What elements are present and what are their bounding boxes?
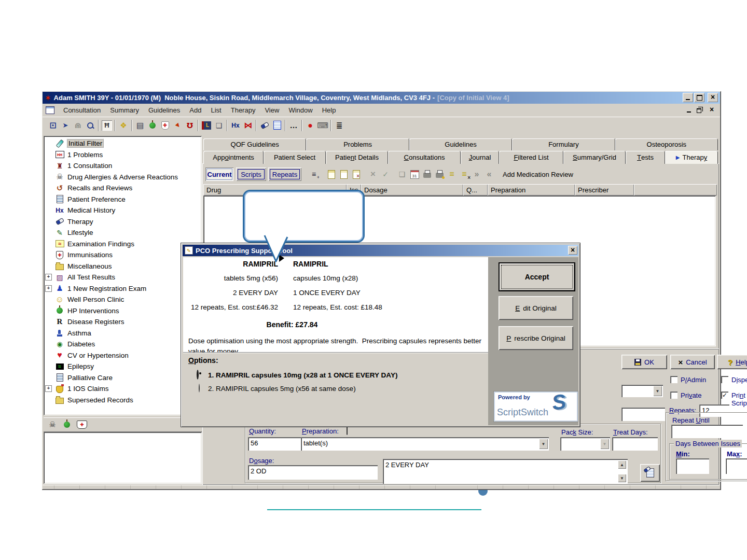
- maximize-button[interactable]: [694, 93, 704, 102]
- repeats-button[interactable]: Repeats: [268, 167, 301, 181]
- patient-run-icon[interactable]: [59, 119, 72, 132]
- immunisation-alert-icon[interactable]: [77, 421, 87, 429]
- column-dosage[interactable]: Dosage: [361, 184, 463, 195]
- sidebar-item-recalls-reviews[interactable]: Recalls and Reviews: [44, 183, 202, 194]
- menu-guidelines[interactable]: Guidelines: [144, 104, 185, 116]
- sidebar-item-initial-filter[interactable]: Initial Filter: [44, 138, 202, 149]
- expand-icon[interactable]: +: [45, 285, 52, 292]
- script-new-icon[interactable]: [338, 168, 350, 180]
- minimize-button[interactable]: [683, 93, 693, 102]
- calendar-icon[interactable]: [408, 168, 421, 180]
- note-icon[interactable]: [117, 119, 130, 132]
- preparation-combo-arrow[interactable]: ▼: [539, 439, 548, 449]
- hp-alert-icon[interactable]: [62, 421, 72, 429]
- sidebar-item-palliative-care[interactable]: Palliative Care: [44, 372, 202, 384]
- tab-osteoporosis[interactable]: Osteoporosis: [615, 138, 718, 150]
- pill-icon[interactable]: [258, 119, 271, 132]
- dosage-scroll-down[interactable]: ▼: [618, 474, 626, 482]
- tab-summary-grid[interactable]: Summary/Grid: [563, 151, 626, 164]
- more-icon[interactable]: [287, 119, 300, 132]
- sidebar-item-diabetes[interactable]: Diabetes: [44, 339, 202, 350]
- tab-problems[interactable]: Problems: [306, 138, 409, 150]
- edit-original-button[interactable]: Edit Original: [499, 296, 573, 320]
- sidebar-item-immunisations[interactable]: Immunisations: [44, 249, 202, 261]
- sidebar-item-lifestyle[interactable]: Lifestyle: [44, 227, 202, 239]
- min-field[interactable]: [676, 458, 709, 474]
- tab-appointments[interactable]: Appointments: [203, 151, 264, 164]
- window-shade-icon[interactable]: [333, 119, 345, 132]
- pco-dialog-titlebar[interactable]: ✎ PCO Prescribing Support Tool: [183, 245, 578, 256]
- medical-history-icon[interactable]: [229, 119, 242, 132]
- consultation-mode-icon[interactable]: [101, 119, 113, 132]
- add-medication-review-label[interactable]: Add Medication Review: [503, 171, 573, 178]
- prescriber-combo[interactable]: ▼: [621, 385, 663, 397]
- padmin-checkbox[interactable]: [670, 376, 677, 383]
- current-button[interactable]: Current: [205, 167, 233, 181]
- option2-radio[interactable]: [199, 384, 200, 393]
- delete-icon[interactable]: [367, 168, 379, 180]
- dosage-field[interactable]: 2 OD: [248, 465, 378, 480]
- window-titlebar[interactable]: Adam SMITH 39Y - 01/01/1970 (M) Noble Ho…: [43, 92, 720, 104]
- preparation-combo[interactable]: tablet(s): [301, 437, 549, 451]
- option1-radio[interactable]: [197, 370, 199, 380]
- issue-tree-icon[interactable]: [308, 168, 320, 180]
- column-prescriber[interactable]: Prescriber: [575, 184, 634, 195]
- carrot-icon[interactable]: [171, 119, 184, 132]
- tab-filtered-list[interactable]: Filtered List: [499, 151, 563, 164]
- reprint-icon[interactable]: [433, 168, 446, 180]
- sidebar-item-miscellaneous[interactable]: Miscellaneous: [44, 261, 202, 272]
- tab-guidelines[interactable]: Guidelines: [409, 138, 512, 150]
- option1-label[interactable]: 1. RAMIPRIL capsules 10mg (x28 at 1 ONCE…: [208, 371, 397, 379]
- record-icon[interactable]: [304, 119, 316, 132]
- journal-icon[interactable]: [134, 119, 146, 132]
- sidebar-item-epilepsy[interactable]: Epilepsy: [44, 361, 202, 372]
- sidebar-item-consultation[interactable]: 1 Consultation: [44, 160, 202, 172]
- prescribe-original-button[interactable]: Prescribe Original: [499, 326, 573, 350]
- allergy-alert-icon[interactable]: [48, 421, 57, 429]
- max-field[interactable]: [726, 458, 747, 474]
- sidebar-item-medical-history[interactable]: Medical History: [44, 205, 202, 216]
- option2-label[interactable]: 2. RAMIPRIL capsules 5mg (x56 at same do…: [208, 385, 356, 393]
- copy-icon[interactable]: [213, 119, 225, 132]
- sidebar-item-patient-preference[interactable]: Patient Preference: [44, 194, 202, 205]
- sidebar-item-problems[interactable]: 1 Problems: [44, 149, 202, 161]
- notepad-icon[interactable]: [271, 119, 283, 132]
- library-icon[interactable]: [200, 119, 213, 132]
- keyboard-icon[interactable]: [316, 119, 329, 132]
- sidebar-item-asthma[interactable]: Asthma: [44, 328, 202, 339]
- prescriber-field[interactable]: [621, 408, 665, 421]
- dosage-code-button[interactable]: [640, 464, 660, 482]
- tab-therapy[interactable]: ▶ Therapy: [665, 151, 718, 164]
- confirm-icon[interactable]: [379, 168, 392, 180]
- cancel-button[interactable]: ×Cancel: [670, 355, 715, 369]
- tab-patient-select[interactable]: Patient Select: [264, 151, 326, 164]
- expand-icon[interactable]: +: [45, 385, 52, 392]
- dosage-scroll-up[interactable]: ▲: [618, 460, 626, 469]
- pco-dialog-close[interactable]: [568, 246, 577, 255]
- sidebar-item-ios-claims[interactable]: +1 IOS Claims: [44, 383, 202, 395]
- sidebar-item-drug-allergies[interactable]: Drug Allergies & Adverse Reactions: [44, 172, 202, 183]
- mdi-close-button[interactable]: [707, 105, 717, 115]
- tab-tests[interactable]: Tests: [626, 151, 665, 164]
- tab-qof-guidelines[interactable]: QOF Guidelines: [203, 138, 306, 150]
- menu-therapy[interactable]: Therapy: [226, 104, 260, 116]
- tab-patient-details[interactable]: Patient Details: [326, 151, 388, 164]
- menu-consultation[interactable]: Consultation: [59, 104, 105, 116]
- chevron-right-icon[interactable]: [471, 168, 483, 180]
- column-quantity[interactable]: Q...: [463, 184, 488, 195]
- patient-group-icon[interactable]: [72, 119, 84, 132]
- menu-help[interactable]: Help: [317, 104, 341, 116]
- tab-consultations[interactable]: Consultations: [388, 151, 461, 164]
- sync-scripts-icon[interactable]: [446, 168, 458, 180]
- column-preparation[interactable]: Preparation: [488, 184, 575, 195]
- tab-journal[interactable]: Journal: [461, 151, 499, 164]
- quantity-field[interactable]: 56: [248, 437, 306, 451]
- mdi-document-icon[interactable]: [46, 106, 54, 114]
- medical-cross-icon[interactable]: [159, 119, 171, 132]
- dispensed-checkbox[interactable]: [721, 376, 728, 383]
- dosage-text-area[interactable]: 2 EVERY DAY: [383, 459, 628, 484]
- mdi-restore-button[interactable]: [694, 105, 704, 115]
- sidebar-item-superseded-records[interactable]: Superseded Records: [44, 395, 202, 406]
- sidebar-item-all-test-results[interactable]: +All Test Results: [44, 272, 202, 283]
- menu-list[interactable]: List: [206, 104, 226, 116]
